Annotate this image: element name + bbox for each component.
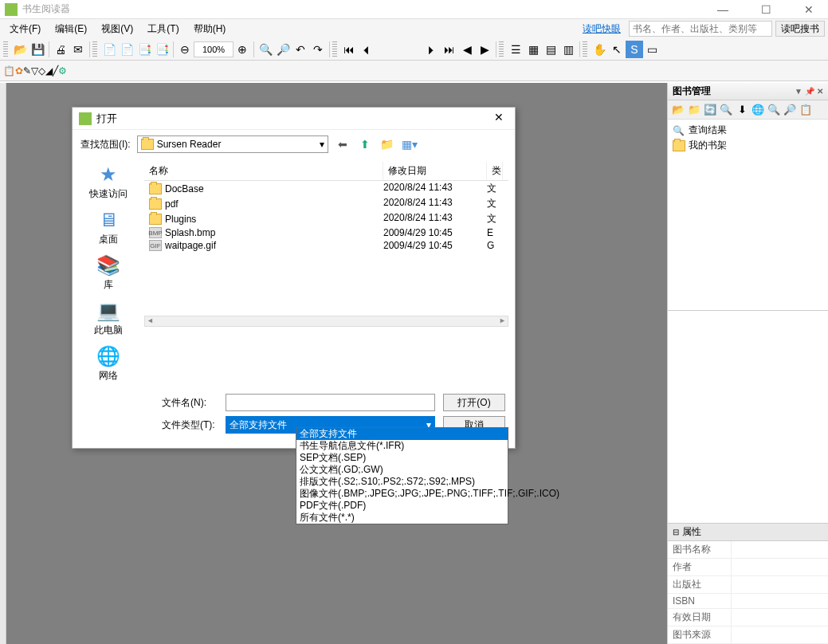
layout4-icon[interactable]: ▥ xyxy=(559,41,577,58)
place-computer[interactable]: 💻 此电脑 xyxy=(94,300,123,337)
minimize-button[interactable]: — xyxy=(708,2,737,18)
save-icon[interactable]: 💾 xyxy=(29,41,46,58)
nav-right-icon[interactable]: ▶ xyxy=(476,41,493,58)
panel-close-icon[interactable]: ✕ xyxy=(817,87,823,96)
zoom-input[interactable] xyxy=(194,41,233,57)
first-page-icon[interactable]: ⏮ xyxy=(340,41,358,58)
file-row[interactable]: BMPSplash.bmp2009/4/29 10:45E xyxy=(144,226,508,239)
ptool-download-icon[interactable]: ⬇ xyxy=(735,103,749,117)
prev-page-icon[interactable]: ⏴ xyxy=(358,41,375,58)
stamp-icon[interactable]: ✿ xyxy=(15,65,23,77)
filetype-option[interactable]: 图像文件(.BMP;.JPEG;.JPG;.JPE;.PNG;.TIFF;.TI… xyxy=(296,488,508,500)
page3-icon[interactable]: 📑 xyxy=(153,41,171,58)
panel-dropdown-icon[interactable]: ▼ xyxy=(795,87,802,96)
place-desktop[interactable]: 🖥 桌面 xyxy=(96,209,121,246)
dialog-titlebar[interactable]: 打开 ✕ xyxy=(73,108,515,130)
zoom-in-icon[interactable]: ⊕ xyxy=(233,41,251,58)
col-type[interactable]: 类 xyxy=(487,162,503,180)
lookin-combo[interactable]: Sursen Reader ▾ xyxy=(137,135,328,153)
close-button[interactable]: ✕ xyxy=(795,2,823,18)
open-icon[interactable]: 📂 xyxy=(11,41,29,58)
file-row[interactable]: pdf2020/8/24 11:43文 xyxy=(144,196,508,211)
col-name[interactable]: 名称 xyxy=(144,162,383,180)
ptool-view-icon[interactable]: 📋 xyxy=(799,103,813,117)
filetype-option[interactable]: 排版文件(.S2;.S10;.PS2;.S72;.S92;.MPS) xyxy=(296,476,508,488)
ptool-globe-icon[interactable]: 🌐 xyxy=(751,103,765,117)
rotate-left-icon[interactable]: ↶ xyxy=(292,41,309,58)
print-icon[interactable]: 🖨 xyxy=(52,41,69,58)
filetype-option[interactable]: PDF文件(.PDF) xyxy=(296,500,508,512)
layout1-icon[interactable]: ☰ xyxy=(507,41,524,58)
line-icon[interactable]: ╱ xyxy=(53,65,58,77)
toolbar-grip[interactable] xyxy=(499,41,504,57)
menu-view[interactable]: 视图(V) xyxy=(95,21,139,37)
place-library[interactable]: 📚 库 xyxy=(96,254,121,292)
tree-item-search-results[interactable]: 🔍 查询结果 xyxy=(671,123,825,138)
toolbar-grip[interactable] xyxy=(3,41,8,57)
page-icon[interactable]: 📄 xyxy=(100,41,118,58)
filetype-option[interactable]: 书生导航信息文件(*.IFR) xyxy=(296,440,508,452)
menu-help[interactable]: 帮助(H) xyxy=(187,21,233,37)
toolbar-grip[interactable] xyxy=(332,41,337,57)
last-page-icon[interactable]: ⏭ xyxy=(441,41,458,58)
menu-file[interactable]: 文件(F) xyxy=(3,21,47,37)
file-row[interactable]: Plugins2020/8/24 11:43文 xyxy=(144,211,508,226)
page2-icon[interactable]: 📑 xyxy=(135,41,153,58)
ptool-zoom-icon[interactable]: 🔍 xyxy=(767,103,781,117)
settings-icon[interactable]: ⚙ xyxy=(58,65,67,77)
highlight-icon[interactable]: ▽ xyxy=(31,65,38,77)
filename-input[interactable] xyxy=(226,394,435,411)
view-menu-icon[interactable]: ▦▾ xyxy=(402,136,418,152)
back-icon[interactable]: ⬅ xyxy=(335,136,351,152)
tree-item-my-shelf[interactable]: 我的书架 xyxy=(671,138,825,153)
pointer-icon[interactable]: ↖ xyxy=(608,41,626,58)
place-quick-access[interactable]: ★ 快速访问 xyxy=(89,163,128,201)
filetype-option[interactable]: 公文文档(.GD;.GW) xyxy=(296,464,508,476)
ptool-refresh-icon[interactable]: 🔄 xyxy=(703,103,717,117)
panel-pin-icon[interactable]: 📌 xyxy=(805,87,814,96)
layout2-icon[interactable]: ▦ xyxy=(524,41,542,58)
ptool-open-icon[interactable]: 📂 xyxy=(671,103,685,117)
open-button[interactable]: 打开(O) xyxy=(443,394,505,411)
up-icon[interactable]: ⬆ xyxy=(357,136,373,152)
search-input[interactable] xyxy=(629,21,772,37)
horizontal-scrollbar[interactable] xyxy=(144,316,508,327)
hand-icon[interactable]: ✋ xyxy=(591,41,608,58)
ptool-search-icon[interactable]: 🔍 xyxy=(719,103,733,117)
ptool-find-icon[interactable]: 🔎 xyxy=(783,103,797,117)
eraser-icon[interactable]: ◇ xyxy=(38,65,45,77)
layout3-icon[interactable]: ▤ xyxy=(542,41,559,58)
col-date[interactable]: 修改日期 xyxy=(383,162,487,180)
select-s-icon[interactable]: S xyxy=(626,41,643,58)
magnify-minus-icon[interactable]: 🔎 xyxy=(274,41,292,58)
note-icon[interactable]: 📋 xyxy=(3,65,15,77)
filetype-option[interactable]: 所有文件(*.*) xyxy=(296,512,508,524)
nav-left-icon[interactable]: ◀ xyxy=(458,41,476,58)
filetype-option[interactable]: SEP文档(.SEP) xyxy=(296,452,508,464)
file-row[interactable]: GIFwaitpage.gif2009/4/29 10:45G xyxy=(144,239,508,252)
rotate-right-icon[interactable]: ↷ xyxy=(309,41,327,58)
filetype-option[interactable]: 全部支持文件 xyxy=(296,428,508,440)
magnify-plus-icon[interactable]: 🔍 xyxy=(257,41,274,58)
toolbar-grip[interactable] xyxy=(583,41,587,57)
search-button[interactable]: 读吧搜书 xyxy=(775,21,825,37)
zoom-out-icon[interactable]: ⊖ xyxy=(176,41,194,58)
place-network[interactable]: 🌐 网络 xyxy=(96,345,121,383)
props-header[interactable]: ⊟ 属性 xyxy=(668,524,828,541)
shape-icon[interactable]: ◢ xyxy=(45,65,53,77)
new-folder-icon[interactable]: 📁 xyxy=(379,136,395,152)
menu-tools[interactable]: 工具(T) xyxy=(141,21,185,37)
filetype-dropdown[interactable]: 全部支持文件书生导航信息文件(*.IFR)SEP文档(.SEP)公文文档(.GD… xyxy=(296,427,508,524)
quick-link[interactable]: 读吧快眼 xyxy=(583,22,621,36)
pages-icon[interactable]: 📄 xyxy=(118,41,135,58)
pen-icon[interactable]: ✎ xyxy=(23,65,31,77)
maximize-button[interactable]: ☐ xyxy=(751,2,780,18)
mail-icon[interactable]: ✉ xyxy=(69,41,87,58)
dialog-close-icon[interactable]: ✕ xyxy=(489,111,508,127)
next-page-icon[interactable]: ⏵ xyxy=(423,41,441,58)
ptool-folder-icon[interactable]: 📁 xyxy=(687,103,701,117)
text-tool-icon[interactable]: ▭ xyxy=(643,41,661,58)
menu-edit[interactable]: 编辑(E) xyxy=(49,21,93,37)
toolbar-grip[interactable] xyxy=(92,41,97,57)
file-row[interactable]: DocBase2020/8/24 11:43文 xyxy=(144,181,508,196)
